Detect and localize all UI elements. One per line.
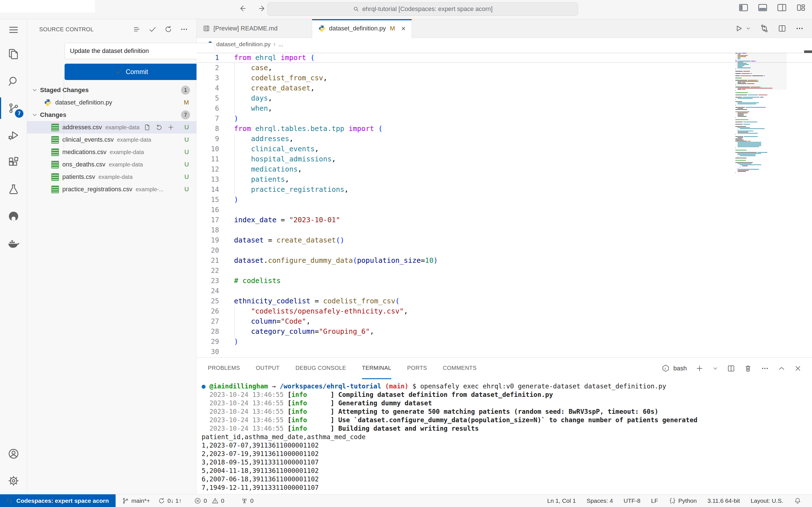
encoding[interactable]: UTF-8	[620, 494, 644, 507]
code-line[interactable]: 8from ehrql.tables.beta.tpp import (	[197, 124, 812, 134]
code-line[interactable]: 5 days,	[197, 93, 812, 103]
code-line[interactable]: 14 practice_registrations,	[197, 184, 812, 194]
remote-indicator[interactable]: Codespaces: expert space acorn	[0, 494, 116, 507]
tab-readme-preview[interactable]: [Preview] README.md	[197, 19, 312, 38]
code-editor[interactable]: 1from ehrql import (2 case,3 codelist_fr…	[197, 50, 812, 357]
tab-problems[interactable]: PROBLEMS	[208, 358, 240, 379]
testing-icon[interactable]	[0, 176, 27, 203]
code-line[interactable]: 17index_date = "2023-10-01"	[197, 215, 812, 225]
change-file-row[interactable]: addresses.csv example-data U	[27, 121, 196, 133]
toggle-secondary-sidebar-icon[interactable]	[777, 3, 786, 12]
open-changes-icon[interactable]	[760, 24, 769, 33]
change-file-row[interactable]: practice_registrations.csv example-... U	[27, 183, 196, 195]
tab-terminal[interactable]: TERMINAL	[362, 358, 391, 379]
changes-header[interactable]: Changes 7	[27, 109, 196, 121]
code-line[interactable]: 4 create_dataset,	[197, 83, 812, 93]
more-actions-icon[interactable]	[180, 25, 188, 34]
commit-button[interactable]: Commit	[64, 64, 215, 80]
change-file-row[interactable]: ons_deaths.csv example-data U	[27, 158, 196, 171]
minimap-slider[interactable]	[735, 53, 786, 90]
code-line[interactable]: 3 codelist_from_csv,	[197, 73, 812, 83]
maximize-panel-icon[interactable]	[777, 364, 785, 372]
language-mode[interactable]: Python	[665, 494, 700, 507]
more-actions-icon[interactable]	[761, 364, 769, 373]
view-as-list-icon[interactable]	[133, 25, 141, 34]
run-debug-icon[interactable]	[0, 122, 27, 149]
branch-item[interactable]: main*+	[116, 494, 154, 507]
python-version[interactable]: 3.11.6 64-bit	[704, 494, 743, 507]
open-file-icon[interactable]	[144, 124, 151, 131]
more-actions-icon[interactable]	[795, 24, 804, 33]
staged-file-row[interactable]: dataset_definition.py M	[27, 96, 196, 109]
code-line[interactable]: 16	[197, 205, 812, 215]
commit-message-input[interactable]	[64, 43, 215, 59]
change-file-row[interactable]: medications.csv example-data U	[27, 146, 196, 158]
code-line[interactable]: 27 column="Code",	[197, 316, 812, 327]
eol-sequence[interactable]: LF	[648, 494, 661, 507]
code-line[interactable]: 6 when,	[197, 103, 812, 114]
code-line[interactable]: 22	[197, 266, 812, 276]
code-line[interactable]: 15)	[197, 194, 812, 205]
cursor-position[interactable]: Ln 1, Col 1	[544, 494, 579, 507]
indentation[interactable]: Spaces: 4	[583, 494, 616, 507]
staged-changes-header[interactable]: Staged Changes 1	[27, 84, 196, 96]
breadcrumb[interactable]: dataset_definition.py › ...	[197, 38, 812, 50]
problems-item[interactable]: 0 0	[190, 494, 228, 507]
tab-ports[interactable]: PORTS	[407, 358, 427, 379]
notifications-bell-icon[interactable]	[791, 494, 805, 507]
terminal-dropdown-icon[interactable]	[712, 365, 718, 372]
discard-changes-icon[interactable]	[155, 124, 163, 131]
sync-item[interactable]: 0↓ 1↑	[154, 494, 186, 507]
split-terminal-icon[interactable]	[727, 364, 735, 373]
code-line[interactable]: 26 "codelists/opensafely-ethnicity.csv",	[197, 306, 812, 316]
customize-layout-icon[interactable]	[796, 3, 806, 12]
keyboard-layout[interactable]: Layout: U.S.	[747, 494, 786, 507]
settings-icon[interactable]	[0, 467, 27, 494]
ports-item[interactable]: 0	[237, 494, 258, 507]
tab-debug-console[interactable]: DEBUG CONSOLE	[296, 358, 346, 379]
commit-check-icon[interactable]	[148, 25, 157, 34]
code-line[interactable]: 29)	[197, 337, 812, 347]
menu-icon[interactable]	[0, 19, 27, 41]
code-line[interactable]: 24	[197, 286, 812, 296]
toggle-sidebar-icon[interactable]	[739, 3, 748, 12]
code-line[interactable]: 12 medications,	[197, 164, 812, 174]
explorer-icon[interactable]	[0, 41, 27, 68]
command-center-search[interactable]: ehrql-tutorial [Codespaces: expert space…	[267, 2, 578, 16]
kill-terminal-icon[interactable]	[744, 364, 752, 373]
code-line[interactable]: 11 hospital_admissions,	[197, 154, 812, 164]
close-panel-icon[interactable]	[794, 364, 802, 372]
refresh-icon[interactable]	[164, 25, 172, 34]
minimap[interactable]	[735, 53, 786, 173]
code-line[interactable]: 28 category_column="Grouping_6",	[197, 327, 812, 337]
accounts-icon[interactable]	[0, 440, 27, 467]
code-line[interactable]: 9 addresses,	[197, 134, 812, 144]
code-line[interactable]: 20	[197, 245, 812, 256]
code-line[interactable]: 10 clinical_events,	[197, 144, 812, 154]
history-back-button[interactable]	[237, 3, 248, 14]
code-line[interactable]: 30	[197, 347, 812, 357]
terminal-instance[interactable]: bash	[661, 364, 687, 373]
run-python-button[interactable]	[734, 24, 751, 33]
tab-output[interactable]: OUTPUT	[256, 358, 280, 379]
github-icon[interactable]	[0, 203, 27, 230]
source-control-icon[interactable]: 7	[0, 95, 27, 122]
terminal-output[interactable]: ● @iaindillingham → /workspaces/ehrql-tu…	[197, 379, 812, 494]
code-line[interactable]: 2 case,	[197, 63, 812, 73]
close-icon[interactable]: ×	[401, 24, 405, 33]
search-view-icon[interactable]	[0, 68, 27, 95]
change-file-row[interactable]: patients.csv example-data U	[27, 171, 196, 183]
toggle-panel-icon[interactable]	[758, 3, 767, 12]
split-editor-icon[interactable]	[777, 24, 786, 33]
history-forward-button[interactable]	[257, 3, 268, 14]
new-terminal-icon[interactable]	[695, 364, 704, 373]
code-line[interactable]: 18	[197, 225, 812, 235]
stage-changes-icon[interactable]	[167, 124, 174, 131]
code-line[interactable]: 25ethnicity_codelist = codelist_from_csv…	[197, 296, 812, 306]
code-line[interactable]: 23# codelists	[197, 276, 812, 286]
extensions-icon[interactable]	[0, 149, 27, 176]
tab-dataset-definition[interactable]: dataset_definition.py M ×	[312, 19, 412, 38]
docker-icon[interactable]	[0, 230, 27, 257]
change-file-row[interactable]: clinical_events.csv example-data U	[27, 133, 196, 146]
code-line[interactable]: 19dataset = create_dataset()	[197, 235, 812, 245]
